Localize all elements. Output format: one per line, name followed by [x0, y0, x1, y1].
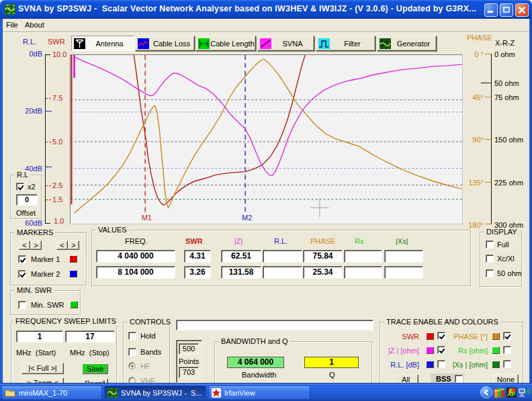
- menu-separator: [3, 32, 529, 33]
- toolbar-button-generator[interactable]: Generator: [377, 36, 437, 51]
- tray-icon-network: [519, 388, 531, 398]
- rl-x2-label: x2: [28, 183, 36, 191]
- trace-z-swatch[interactable]: [426, 347, 434, 354]
- window-border-right: [529, 19, 532, 383]
- value-rl-m1[interactable]: [263, 250, 302, 263]
- cable-length-icon: [198, 38, 210, 49]
- value-phase-m2[interactable]: 25.34: [303, 266, 343, 279]
- menu-file[interactable]: File: [6, 21, 18, 29]
- value-swr-m2[interactable]: 3.26: [184, 266, 211, 279]
- phase-tick-180: [485, 224, 491, 224]
- value-xs-m2[interactable]: [384, 266, 423, 279]
- points-label: Points: [179, 357, 200, 365]
- trace-phase-checkbox[interactable]: [503, 332, 511, 340]
- toolbar-button-cable-length[interactable]: Cable Length: [195, 36, 256, 51]
- rl-x2-checkbox[interactable]: [16, 183, 24, 191]
- marker2-prev-button[interactable]: <: [56, 240, 68, 250]
- chevron-left-icon: [484, 390, 490, 396]
- chart-plot-area[interactable]: M1 M2: [70, 54, 463, 224]
- taskbar: miniMAX_1-70 SVNA by SP3SWJ - S... Irfan…: [0, 383, 532, 401]
- bss-label: BSS: [436, 375, 451, 383]
- phase-tick-135: [485, 182, 491, 183]
- trace-rl-swatch[interactable]: [426, 361, 434, 368]
- right-axis-xrz-header: X-R-Z: [495, 39, 515, 47]
- marker2-checkbox[interactable]: [18, 270, 26, 278]
- trace-swr-checkbox[interactable]: [437, 332, 445, 340]
- toolbar-button-cable-loss[interactable]: Cable Loss: [135, 36, 195, 51]
- freq-start-input[interactable]: 1: [16, 330, 63, 343]
- close-button[interactable]: [515, 3, 529, 17]
- display-xcxl-label: Xc/Xl: [497, 255, 515, 263]
- bss-checkbox[interactable]: [455, 375, 463, 383]
- taskbar-task-svna[interactable]: SVNA by SP3SWJ - S...: [104, 386, 206, 400]
- value-z-m1[interactable]: 62.51: [221, 250, 261, 263]
- tray-collapse-button[interactable]: [480, 386, 492, 398]
- trace-rl-checkbox[interactable]: [437, 360, 445, 368]
- trace-xs-swatch[interactable]: [492, 361, 500, 368]
- value-freq-m1[interactable]: 4 040 000: [96, 250, 175, 263]
- display-full-checkbox[interactable]: [486, 240, 494, 249]
- swr-tick-5-0a: [46, 142, 48, 142]
- minimize-button[interactable]: [484, 3, 498, 17]
- value-rl-m2[interactable]: [263, 266, 302, 279]
- rl-tick-20db: [46, 111, 52, 112]
- trace-swr-swatch[interactable]: [426, 332, 434, 340]
- display-xcxl-checkbox[interactable]: [486, 255, 494, 263]
- value-swr-m1[interactable]: 4.31: [184, 250, 211, 263]
- display-50ohm-checkbox[interactable]: [486, 269, 494, 277]
- value-freq-m2[interactable]: 8 104 000: [96, 266, 175, 279]
- left-axis-swr-header: SWR: [48, 38, 65, 46]
- freq-stop-input[interactable]: 17: [65, 330, 115, 343]
- trace-z-checkbox[interactable]: [437, 346, 445, 354]
- cable-loss-icon: [138, 38, 149, 49]
- min-swr-color-swatch[interactable]: [70, 301, 78, 308]
- markers-groupbox: MARKERS < > < > Marker 1 Marker 2: [10, 232, 87, 285]
- ohm-label-50: 50 ohm: [494, 79, 519, 87]
- value-rs-m1[interactable]: [344, 250, 382, 263]
- window-title: SVNA by SP3SWJ - Scalar Vector Network A…: [18, 4, 476, 13]
- value-xs-m1[interactable]: [384, 250, 423, 263]
- toolbar-button-filter[interactable]: Filter: [316, 36, 375, 51]
- menu-about[interactable]: About: [25, 21, 44, 29]
- status-input[interactable]: [176, 320, 373, 330]
- full-span-button[interactable]: |< Full >|: [21, 363, 64, 374]
- controls-groupbox: CONTROLS Hold Bands HF VHF: [123, 322, 170, 392]
- rl-offset-label: Offset: [16, 209, 36, 217]
- freq-sweep-groupbox: FREQUENCY SWEEP LIMITS 1 17 MHz (Start) …: [11, 321, 117, 392]
- trace-xs-checkbox[interactable]: [503, 360, 511, 368]
- swr-tick-2-5b: [49, 185, 51, 186]
- value-z-m2[interactable]: 131.58: [221, 266, 261, 279]
- z-trace: [75, 57, 462, 176]
- taskbar-task-irfanview[interactable]: IrfanView: [208, 386, 310, 400]
- folder-icon: [5, 388, 15, 397]
- trace-phase-label: PHASE [°]: [450, 332, 488, 341]
- toolbar-button-svna[interactable]: SVNA: [257, 36, 314, 51]
- maximize-button[interactable]: [500, 3, 513, 17]
- marker1-prev-button[interactable]: <: [19, 240, 30, 250]
- min-swr-checkbox[interactable]: [18, 301, 26, 309]
- marker1-checkbox[interactable]: [18, 255, 26, 263]
- marker2-color-swatch[interactable]: [69, 270, 77, 277]
- bands-checkbox[interactable]: [128, 348, 136, 356]
- marker1-next-button[interactable]: >: [30, 240, 42, 250]
- hold-checkbox[interactable]: [128, 332, 136, 340]
- min-swr-groupbox: MIN. SWR Min. SWR: [10, 290, 81, 315]
- trace-phase-swatch[interactable]: [492, 332, 500, 340]
- trace-rs-checkbox[interactable]: [503, 346, 511, 354]
- trace-z-label: |Z | [ohm]: [387, 347, 419, 355]
- toolbar-button-antenna[interactable]: Antenna: [71, 36, 134, 51]
- value-phase-m1[interactable]: 75.84: [303, 250, 343, 263]
- right-axis-phase-header: PHASE: [467, 34, 492, 42]
- rl-offset-input[interactable]: 0: [16, 194, 38, 206]
- trace-groupbox: TRACE ENABLE AND COLOURS SWR PHASE [°] |…: [380, 322, 523, 392]
- swr-label-7-5: 7.5: [52, 94, 62, 102]
- taskbar-task-minimax[interactable]: miniMAX_1-70: [1, 386, 102, 400]
- right-axis-line: [491, 54, 492, 224]
- value-rs-m2[interactable]: [344, 266, 382, 279]
- swr-tick-1-5b: [49, 199, 51, 200]
- hf-radio[interactable]: [128, 362, 136, 369]
- marker1-color-swatch[interactable]: [69, 255, 77, 263]
- save-button[interactable]: Save: [82, 363, 108, 374]
- trace-rs-swatch[interactable]: [492, 347, 500, 354]
- marker2-next-button[interactable]: >: [68, 240, 79, 250]
